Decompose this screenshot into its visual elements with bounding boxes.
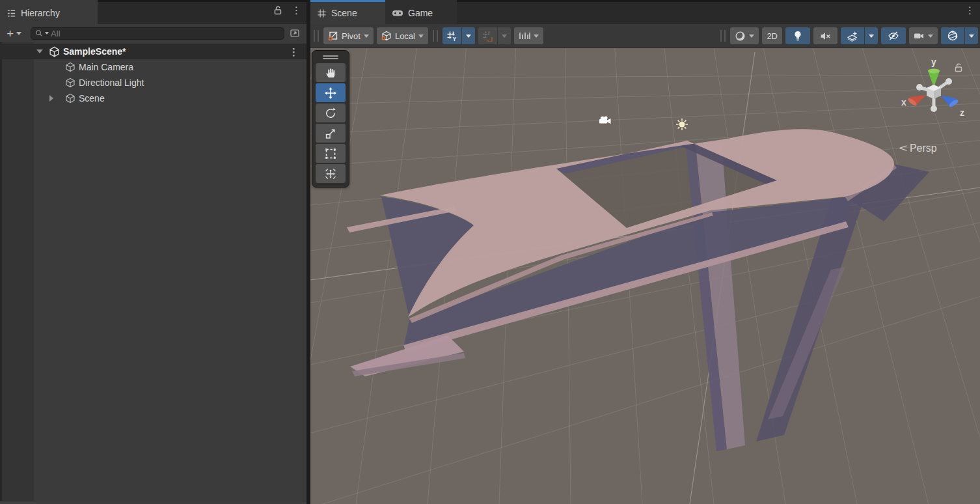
- axis-y-cone[interactable]: [928, 69, 940, 87]
- search-icon: [35, 29, 43, 37]
- toolbar-group-handle[interactable]: [433, 30, 438, 42]
- search-input[interactable]: [51, 29, 280, 38]
- plus-icon: +: [7, 27, 14, 40]
- move-tool-button[interactable]: [316, 83, 346, 102]
- hierarchy-tab-icon: [7, 8, 16, 18]
- pivot-label: Pivot: [342, 31, 361, 41]
- mode-2d-label: 2D: [767, 31, 778, 41]
- hierarchy-row-main-camera[interactable]: Main Camera: [0, 59, 306, 75]
- hierarchy-gutter: [0, 42, 34, 501]
- projection-toggle[interactable]: < Persp: [900, 142, 937, 155]
- picker-icon: [290, 28, 300, 38]
- camera-gizmo-icon[interactable]: [599, 116, 611, 124]
- mode-2d-button[interactable]: 2D: [762, 27, 782, 44]
- camera-settings-button[interactable]: [909, 27, 938, 44]
- table-model[interactable]: [347, 129, 929, 451]
- hierarchy-panel: Hierarchy ⋮ +: [0, 0, 306, 504]
- gizmos-button[interactable]: [941, 27, 964, 44]
- sun-gizmo-icon[interactable]: [676, 119, 688, 130]
- magnet-snap-icon: [482, 31, 493, 42]
- axis-z-cone[interactable]: [941, 96, 959, 108]
- axis-x-label: x: [901, 97, 906, 107]
- magnet-snapping-button[interactable]: [478, 27, 497, 44]
- scene-viewport[interactable]: y x z < Persp: [310, 48, 980, 504]
- chevron-down-icon: [16, 32, 21, 35]
- transform-tool-button[interactable]: [316, 164, 346, 183]
- foldout-collapsed-icon[interactable]: [49, 95, 53, 102]
- chevron-down-icon: [749, 35, 754, 38]
- hierarchy-tree: SampleScene* ⋮ Main Camera Directional L…: [0, 42, 306, 501]
- scene-tabbar: Scene Game ⋮: [310, 0, 980, 24]
- palette-drag-handle[interactable]: [316, 54, 346, 61]
- rect-tool-button[interactable]: [316, 144, 346, 163]
- tab-game[interactable]: Game: [385, 0, 457, 24]
- scene-tab-icon: [317, 8, 327, 18]
- effects-button[interactable]: [841, 27, 864, 44]
- hierarchy-row-directional-light[interactable]: Directional Light: [0, 75, 306, 91]
- tab-hierarchy[interactable]: Hierarchy: [0, 0, 98, 24]
- audio-icon: [820, 31, 831, 41]
- hierarchy-tab-label: Hierarchy: [21, 8, 60, 18]
- chevron-down-icon: [364, 35, 369, 38]
- game-tab-label: Game: [408, 8, 433, 18]
- foldout-open-icon[interactable]: [36, 49, 43, 53]
- toolbar-group-handle[interactable]: [720, 30, 726, 42]
- axis-x-cone[interactable]: [907, 95, 926, 107]
- scene-picker-button[interactable]: [287, 27, 303, 40]
- orientation-button[interactable]: Local: [377, 27, 428, 44]
- increment-snap-icon: [519, 31, 530, 41]
- scale-tool-button[interactable]: [316, 124, 346, 143]
- pivot-mode-button[interactable]: Pivot: [323, 27, 374, 44]
- grid-snapping-button[interactable]: Y: [442, 27, 461, 44]
- hierarchy-kebab-icon[interactable]: ⋮: [292, 5, 301, 15]
- tab-scene[interactable]: Scene: [310, 0, 385, 24]
- hierarchy-bottom-bar: [0, 501, 306, 504]
- hierarchy-item-label: Main Camera: [79, 62, 133, 72]
- magnet-snapping-dropdown[interactable]: [498, 27, 511, 44]
- chevron-down-icon: [418, 35, 424, 38]
- hierarchy-search-row: +: [0, 24, 306, 42]
- hierarchy-search-field[interactable]: [31, 27, 284, 40]
- game-tab-icon: [392, 8, 403, 18]
- effects-icon: [847, 31, 858, 42]
- search-filter-caret-icon[interactable]: [45, 32, 49, 35]
- rotate-tool-icon: [324, 107, 337, 120]
- audio-button[interactable]: [813, 27, 837, 44]
- hierarchy-row-samplescene[interactable]: SampleScene* ⋮: [0, 44, 306, 59]
- gizmos-dropdown[interactable]: [965, 27, 978, 44]
- scene-panel-kebab-icon[interactable]: ⋮: [965, 5, 975, 15]
- scene-lighting-button[interactable]: [785, 27, 810, 44]
- persp-arrow-icon: <: [899, 142, 908, 155]
- increment-snap-button[interactable]: [514, 27, 543, 44]
- gameobject-cube-icon: [65, 77, 75, 88]
- effects-dropdown[interactable]: [865, 27, 878, 44]
- scene-panel: Scene Game ⋮: [310, 0, 980, 504]
- scene-visibility-button[interactable]: [881, 27, 906, 44]
- hierarchy-item-label: Scene: [79, 93, 105, 104]
- shading-mode-button[interactable]: [730, 27, 759, 44]
- projection-label: Persp: [910, 143, 937, 154]
- toolbar-drag-handle[interactable]: [314, 30, 319, 42]
- scene-toolbar: Pivot Local Y: [310, 24, 980, 48]
- scene-header-kebab-icon[interactable]: ⋮: [289, 47, 299, 57]
- grid-snapping-dropdown[interactable]: [462, 27, 475, 44]
- rotate-tool-button[interactable]: [316, 104, 346, 122]
- hierarchy-row-scene[interactable]: Scene: [0, 91, 306, 106]
- pivot-icon: [328, 31, 338, 41]
- visibility-icon: [888, 31, 899, 41]
- local-icon: [381, 31, 392, 41]
- scene-tab-label: Scene: [331, 8, 357, 18]
- tool-palette: [312, 50, 349, 188]
- lock-icon[interactable]: [273, 5, 282, 15]
- chevron-down-icon: [534, 35, 539, 38]
- view-tool-button[interactable]: [316, 63, 346, 82]
- viewport-lock-icon[interactable]: [954, 63, 963, 72]
- unity-editor-window: Hierarchy ⋮ +: [0, 0, 980, 504]
- transform-tool-icon: [324, 167, 337, 180]
- view-tool-icon: [325, 67, 336, 79]
- axis-y-label: y: [931, 57, 936, 67]
- create-button[interactable]: +: [4, 27, 24, 40]
- move-tool-icon: [324, 87, 337, 100]
- scale-tool-icon: [324, 127, 337, 140]
- chevron-down-icon: [928, 35, 933, 38]
